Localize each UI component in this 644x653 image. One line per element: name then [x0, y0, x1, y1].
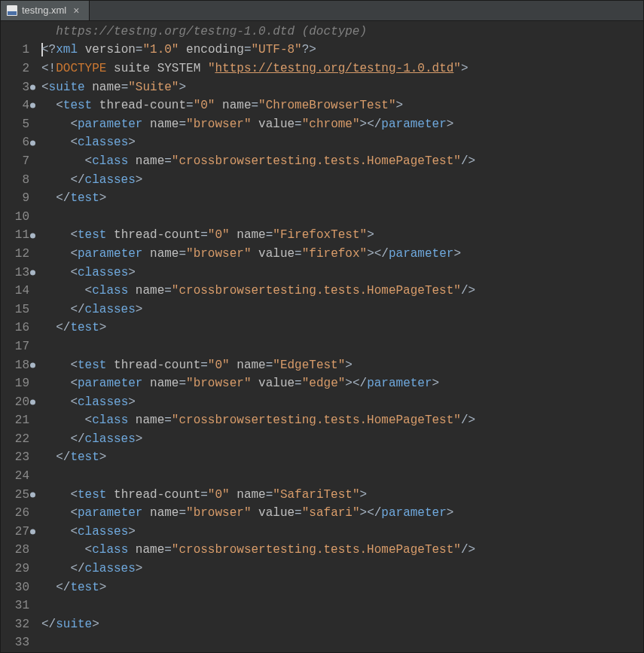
- close-icon[interactable]: ×: [71, 5, 81, 16]
- code-content[interactable]: https://testng.org/testng-1.0.dtd (docty…: [34, 23, 643, 652]
- line-number: 31: [1, 597, 31, 615]
- line-number: 11: [1, 226, 31, 245]
- tab-label: testng.xml: [22, 5, 66, 16]
- line-number: 20: [1, 393, 31, 412]
- line-number: 6: [1, 133, 31, 152]
- line-number: 24: [1, 467, 31, 486]
- line-number: 17: [1, 337, 31, 356]
- line-number-gutter: 1234567891011121314151617181920212223242…: [1, 23, 34, 652]
- line-number: 19: [1, 374, 31, 393]
- line-number: 33: [1, 633, 31, 652]
- line-number: 18: [1, 356, 31, 375]
- line-number: 30: [1, 578, 31, 597]
- line-number: 5: [1, 115, 31, 134]
- line-number: 29: [1, 560, 31, 578]
- tab-bar: testng.xml ×: [1, 1, 643, 21]
- line-number: 16: [1, 319, 31, 337]
- xml-file-icon: [7, 5, 17, 16]
- line-number: 22: [1, 430, 31, 449]
- line-number: 13: [1, 264, 31, 282]
- code-area[interactable]: 1234567891011121314151617181920212223242…: [1, 21, 643, 652]
- line-number: 15: [1, 301, 31, 319]
- line-number: 21: [1, 411, 31, 430]
- line-number: 10: [1, 208, 31, 227]
- line-number: 2: [1, 60, 31, 78]
- line-number: 4: [1, 96, 31, 115]
- line-number: 25: [1, 486, 31, 505]
- line-number: 28: [1, 541, 31, 560]
- line-number: 12: [1, 245, 31, 264]
- line-number: 1: [1, 41, 31, 60]
- line-number: 3: [1, 78, 31, 97]
- line-number: 23: [1, 448, 31, 467]
- line-number: 27: [1, 523, 31, 542]
- line-number: 9: [1, 189, 31, 208]
- line-number: 32: [1, 615, 31, 634]
- editor-window: testng.xml × 123456789101112131415161718…: [0, 0, 644, 653]
- line-number: 26: [1, 504, 31, 523]
- tab-testng-xml[interactable]: testng.xml ×: [1, 1, 90, 20]
- line-number: 8: [1, 171, 31, 190]
- line-number: 7: [1, 152, 31, 171]
- line-number: 14: [1, 282, 31, 301]
